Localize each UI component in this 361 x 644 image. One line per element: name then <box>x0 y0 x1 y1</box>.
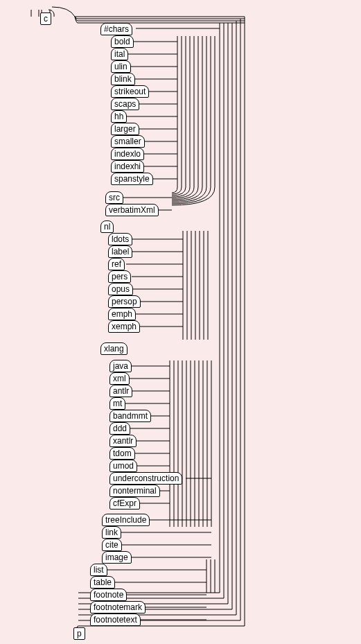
node-xemph: xemph <box>108 320 140 333</box>
node-smaller: smaller <box>111 135 145 148</box>
node-pers: pers <box>108 270 131 283</box>
node-antlr: antlr <box>109 385 132 397</box>
node-xantlr: xantlr <box>109 435 137 447</box>
node-label: label <box>108 245 132 258</box>
node-c: c <box>40 12 51 25</box>
node-hh: hh <box>111 110 127 123</box>
node-ldots: ldots <box>108 233 132 245</box>
node-treeinclude: treeInclude <box>102 514 150 526</box>
node-bandmmt: bandmmt <box>109 410 151 422</box>
node-xlang: xlang <box>100 342 127 355</box>
node-ref: ref <box>108 258 125 270</box>
node-cite: cite <box>102 539 122 551</box>
node-blink: blink <box>111 73 135 85</box>
node-java: java <box>109 360 132 372</box>
node-bold: bold <box>111 35 134 48</box>
node-opus: opus <box>108 283 133 295</box>
node-nonterminal: nonterminal <box>109 485 160 497</box>
node-ddd: ddd <box>109 422 130 435</box>
node-ital: ital <box>111 48 128 60</box>
node-list: list <box>90 564 107 576</box>
node-indexhi: indexhi <box>111 160 144 173</box>
node-cfexpr: cfExpr <box>109 497 140 510</box>
node-indexlo: indexlo <box>111 148 144 160</box>
node-emph: emph <box>108 308 136 320</box>
node-scaps: scaps <box>111 98 139 110</box>
node-spanstyle: spanstyle <box>111 173 153 185</box>
node-nl: nl <box>100 220 114 233</box>
node-p: p <box>73 627 85 640</box>
node-table: table <box>90 576 115 589</box>
node-larger: larger <box>111 123 139 135</box>
node-footnotemark: footnotemark <box>90 601 146 613</box>
node-umod: umod <box>109 460 137 472</box>
node-footnote: footnote <box>90 589 127 601</box>
node-src: src <box>105 191 123 204</box>
node-tdom: tdom <box>109 447 135 460</box>
node-persop: persop <box>108 295 141 308</box>
node-image: image <box>102 551 132 564</box>
node-chars: #chars <box>100 23 132 35</box>
node-underconstruction: underconstruction <box>109 472 182 485</box>
node-ulin: ulin <box>111 60 131 73</box>
node-strikeout: strikeout <box>111 85 149 98</box>
node-footnotetext: footnotetext <box>90 613 141 626</box>
node-mt: mt <box>109 397 125 410</box>
node-verbatimxml: verbatimXml <box>105 204 159 216</box>
node-link: link <box>102 526 121 539</box>
node-xml: xml <box>109 372 130 385</box>
